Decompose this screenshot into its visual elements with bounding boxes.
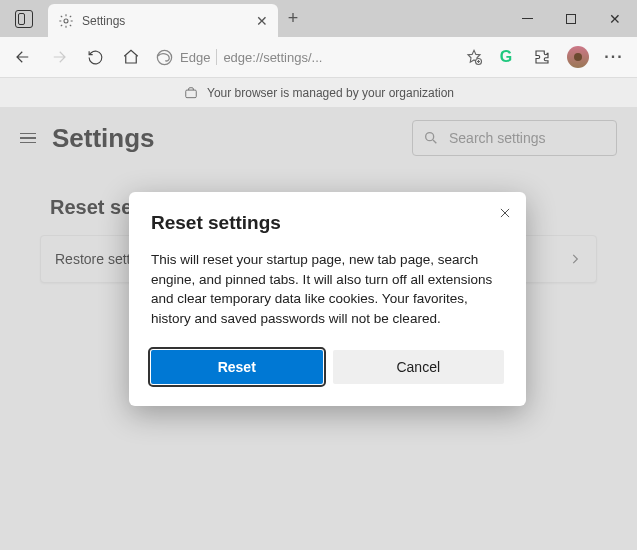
address-brand: Edge (180, 50, 210, 65)
grammarly-icon[interactable]: G (489, 40, 523, 74)
home-button[interactable] (114, 40, 148, 74)
dialog-close-button[interactable] (498, 206, 512, 220)
title-bar: Settings ✕ + ✕ (0, 0, 637, 37)
reset-settings-dialog: Reset settings This will reset your star… (129, 192, 526, 406)
new-tab-button[interactable]: + (278, 8, 308, 29)
cancel-button[interactable]: Cancel (333, 350, 505, 384)
browser-toolbar: Edge edge://settings/... G ··· (0, 37, 637, 78)
dialog-title: Reset settings (151, 212, 504, 234)
edge-logo-icon (154, 47, 174, 67)
tabs-overview-button[interactable] (0, 0, 48, 37)
more-menu-button[interactable]: ··· (597, 40, 631, 74)
address-bar[interactable]: Edge edge://settings/... (150, 42, 487, 72)
minimize-button[interactable] (505, 0, 549, 37)
svg-point-0 (64, 19, 68, 23)
browser-tab[interactable]: Settings ✕ (48, 4, 278, 37)
managed-text: Your browser is managed by your organiza… (207, 86, 454, 100)
refresh-button[interactable] (78, 40, 112, 74)
address-url: edge://settings/... (223, 50, 459, 65)
forward-button[interactable] (42, 40, 76, 74)
gear-icon (58, 13, 74, 29)
managed-banner: Your browser is managed by your organiza… (0, 78, 637, 108)
close-tab-icon[interactable]: ✕ (254, 13, 270, 29)
profile-avatar[interactable] (561, 40, 595, 74)
reset-button[interactable]: Reset (151, 350, 323, 384)
close-window-button[interactable]: ✕ (593, 0, 637, 37)
back-button[interactable] (6, 40, 40, 74)
dialog-body: This will reset your startup page, new t… (151, 250, 504, 328)
briefcase-icon (183, 86, 199, 100)
extensions-button[interactable] (525, 40, 559, 74)
favorite-icon[interactable] (465, 48, 483, 66)
tab-title: Settings (82, 14, 246, 28)
svg-rect-3 (186, 90, 197, 98)
maximize-button[interactable] (549, 0, 593, 37)
